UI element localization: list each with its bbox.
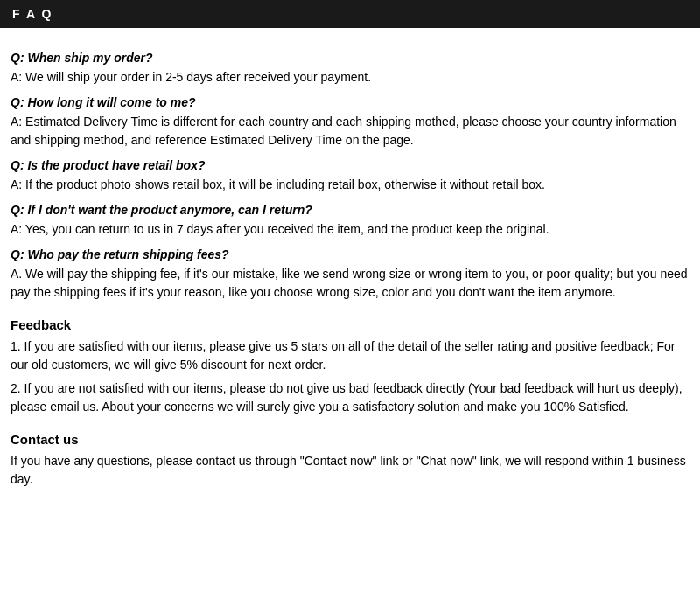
faq-question-2: Q: How long it will come to me? xyxy=(10,95,690,109)
faq-section: Q: When ship my order? A: We will ship y… xyxy=(10,51,690,302)
faq-item-2: Q: How long it will come to me? A: Estim… xyxy=(10,95,690,150)
feedback-section: Feedback 1. If you are satisfied with ou… xyxy=(10,317,690,416)
contact-section: Contact us If you have any questions, pl… xyxy=(10,432,690,489)
faq-answer-5: A. We will pay the shipping fee, if it's… xyxy=(10,265,690,302)
faq-header: F A Q xyxy=(0,0,700,28)
contact-title: Contact us xyxy=(10,432,690,447)
faq-answer-4: A: Yes, you can return to us in 7 days a… xyxy=(10,220,690,239)
faq-question-5: Q: Who pay the return shipping fees? xyxy=(10,247,690,261)
faq-item-1: Q: When ship my order? A: We will ship y… xyxy=(10,51,690,87)
feedback-item-2: 2. If you are not satisfied with our ite… xyxy=(10,379,690,416)
faq-answer-2: A: Estimated Delivery Time is different … xyxy=(10,113,690,150)
faq-answer-1: A: We will ship your order in 2-5 days a… xyxy=(10,68,690,87)
faq-answer-3: A: If the product photo shows retail box… xyxy=(10,176,690,194)
faq-question-3: Q: Is the product have retail box? xyxy=(10,158,690,172)
faq-question-1: Q: When ship my order? xyxy=(10,51,690,65)
feedback-item-1: 1. If you are satisfied with our items, … xyxy=(10,337,690,374)
contact-text: If you have any questions, please contac… xyxy=(10,452,690,489)
faq-item-4: Q: If I don't want the product anymore, … xyxy=(10,203,690,239)
faq-item-5: Q: Who pay the return shipping fees? A. … xyxy=(10,247,690,302)
feedback-title: Feedback xyxy=(10,317,690,332)
faq-question-4: Q: If I don't want the product anymore, … xyxy=(10,203,690,217)
faq-item-3: Q: Is the product have retail box? A: If… xyxy=(10,158,690,194)
